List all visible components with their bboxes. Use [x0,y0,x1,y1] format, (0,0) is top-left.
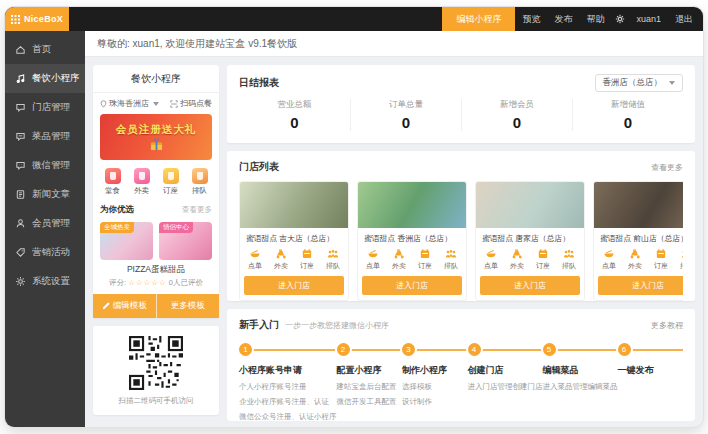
template-rating: 评分: ☆☆☆☆☆ 0人已评价 [93,278,219,288]
step-title: 一键发布 [618,364,684,377]
people-icon [445,248,457,260]
home-icon [15,44,26,55]
step-item: 设计制作 [402,397,468,407]
metric-value: 0 [351,114,461,131]
store-action-queue: 排队 [326,248,340,271]
store-action-reserve: 订座 [418,248,432,271]
banner-title: 会员注册送大礼 [116,123,197,137]
sidebar-item-news-articles[interactable]: 新闻文章 [5,180,85,209]
sidebar-item-system-settings[interactable]: 系统设置 [5,267,85,296]
metric-value: 0 [462,114,572,131]
store-select[interactable]: 香洲店（总店） [595,74,684,92]
qr-caption: 扫描二维码可手机访问 [119,396,194,406]
logo: NiceBoX [5,7,69,31]
sidebar-item-label: 门店管理 [32,101,70,114]
sidebar-item-label: 首页 [32,43,51,56]
scan-order-button[interactable]: 扫码点餐 [170,98,212,109]
topbar-username[interactable]: xuan1 [636,14,661,24]
sidebar-item-store-management[interactable]: 门店管理 [5,93,85,122]
topbar-link-preview[interactable]: 预览 [522,13,540,26]
dish-icon [15,131,26,142]
promo-banner[interactable]: 会员注册送大礼 [100,114,212,160]
rating-stars: ☆☆☆☆☆ [128,278,167,287]
featured-title: 为你优选 [100,204,134,216]
calendar-icon [537,248,549,260]
quick-action-reserve[interactable]: 订座 [163,168,179,196]
bowl-icon [367,248,379,260]
store-action-queue: 排队 [562,248,576,271]
settings-gear-icon[interactable] [615,14,625,24]
store-action-label: 排队 [680,261,683,271]
enter-store-button[interactable]: 进入门店 [598,276,683,295]
featured-image[interactable]: 情侣中心 [159,222,212,260]
more-templates-button[interactable]: 更多模板 [156,294,220,318]
step-title: 编辑菜品 [543,364,618,377]
app-grid-icon[interactable] [11,15,20,24]
store-action-label: 点单 [484,261,498,271]
quick-action-dinein[interactable]: 堂食 [105,168,121,196]
store-action-reserve: 订座 [300,248,314,271]
enter-store-button[interactable]: 进入门店 [362,276,462,295]
logout-link[interactable]: 退出 [675,13,693,26]
store-action-order: 点单 [366,248,380,271]
sidebar-item-label: 新闻文章 [32,188,70,201]
featured-image[interactable]: 全城热卖 [100,222,153,260]
edit-template-button[interactable]: 编辑模板 [93,294,156,318]
qr-code [129,336,183,390]
chevron-down-icon [669,81,675,85]
store-action-reserve: 订座 [536,248,550,271]
news-icon [15,189,26,200]
sidebar-item-label: 营销活动 [32,246,70,259]
enter-store-button[interactable]: 进入门店 [244,276,344,295]
edit-template-label: 编辑模板 [113,300,147,312]
store-list-more-link[interactable]: 查看更多 [651,162,683,173]
sidebar-item-dish-management[interactable]: 菜品管理 [5,122,85,151]
edit-miniprogram-button[interactable]: 编辑小程序 [442,7,515,31]
scooter-icon [629,248,641,260]
store-card: 蜜语甜点 香洲店（总店） 点单 外卖 订座 排队 进入门店 [357,181,467,301]
people-icon [327,248,339,260]
sidebar-item-wechat-management[interactable]: 微信管理 [5,151,85,180]
quick-action-queue[interactable]: 排队 [192,168,208,196]
qr-card: 扫描二维码可手机访问 [93,326,219,415]
step-number: 5 [543,343,556,356]
miniprogram-preview-card: 餐饮小程序 珠海香洲店 扫码点餐 [93,65,219,318]
people-icon [681,248,683,260]
step-title: 小程序账号申请 [239,364,337,377]
sidebar-item-member-management[interactable]: 会员管理 [5,209,85,238]
wechat-icon [15,160,26,171]
rating-count: 0人已评价 [169,278,203,287]
miniprogram-icon [15,73,26,84]
store-action-label: 外卖 [510,261,524,271]
featured-more-link[interactable]: 查看更多 [182,205,212,215]
rating-label: 评分: [109,278,126,287]
phone-title: 餐饮小程序 [93,65,219,93]
welcome-bar: 尊敬的: xuan1, 欢迎使用建站宝盒 v9.1餐饮版 [85,31,703,57]
guide-step-6: 6 一键发布 [618,343,684,421]
getting-started-card: 新手入门 一步一步教您搭建微信小程序 更多教程 1 小程序账号申请 [227,309,695,421]
topbar-link-publish[interactable]: 发布 [554,13,572,26]
member-icon [15,218,26,229]
guide-more-link[interactable]: 更多教程 [651,320,683,331]
sidebar-item-marketing-activities[interactable]: 营销活动 [5,238,85,267]
store-action-order: 点单 [484,248,498,271]
topbar-link-help[interactable]: 帮助 [586,13,604,26]
guide-step-3: 3 制作小程序 选择模板 设计制作 [402,343,468,421]
enter-store-button[interactable]: 进入门店 [480,276,580,295]
step-item: 建站宝盒后台配置 [337,382,403,392]
metric-label: 新增储值 [573,99,683,111]
quick-action-takeout[interactable]: 外卖 [134,168,150,196]
pencil-icon [102,302,110,310]
sidebar-item-home[interactable]: 首页 [5,35,85,64]
location-dropdown[interactable]: 珠海香洲店 [100,98,159,109]
sidebar-item-label: 菜品管理 [32,130,70,143]
store-action-takeout: 外卖 [628,248,642,271]
topbar: NiceBoX 编辑小程序 预览 发布 帮助 xuan1 退出 [5,7,703,31]
store-card: 蜜语甜点 唐家店（总店） 点单 外卖 订座 排队 进入门店 [475,181,585,301]
store-action-takeout: 外卖 [392,248,406,271]
store-action-queue: 排队 [444,248,458,271]
store-select-value: 香洲店（总店） [603,77,663,89]
step-item: 选择模板 [402,382,468,392]
sidebar-item-restaurant-miniprogram[interactable]: 餐饮小程序 [5,64,85,93]
guide-step-1: 1 小程序账号申请 个人小程序账号注册 企业小程序账号注册、认证 微信公众号注册… [239,343,337,421]
